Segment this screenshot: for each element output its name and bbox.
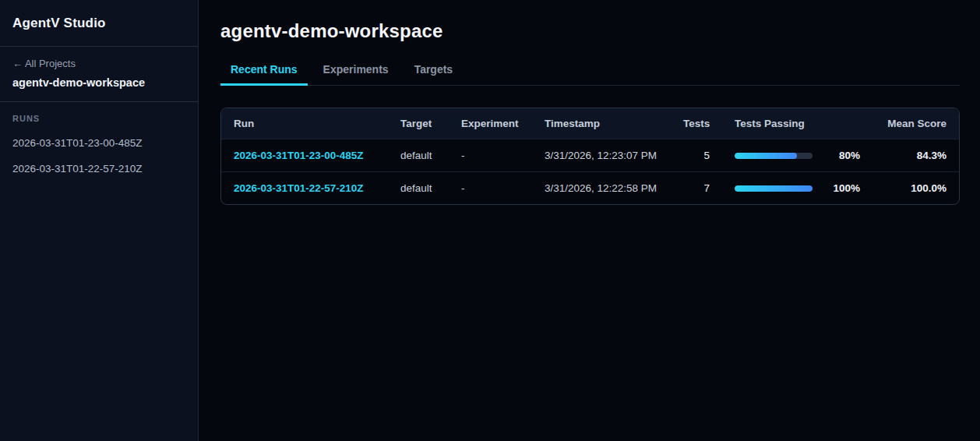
- column-header-run: Run: [221, 108, 388, 139]
- sidebar-run-item[interactable]: 2026-03-31T01-23-00-485Z: [12, 137, 185, 149]
- column-header-mean-score: Mean Score: [872, 108, 959, 139]
- cell-mean-score: 100.0%: [872, 172, 959, 205]
- sidebar-run-item[interactable]: 2026-03-31T01-22-57-210Z: [12, 163, 185, 175]
- tests-passing-percent: 80%: [839, 150, 860, 161]
- cell-experiment: -: [449, 139, 532, 172]
- runs-table: Run Target Experiment Timestamp Tests Te…: [221, 108, 959, 204]
- table-row: 2026-03-31T01-23-00-485Z default - 3/31/…: [221, 139, 959, 172]
- tests-passing-wrap: 100%: [735, 182, 860, 194]
- cell-tests-passing: 100%: [722, 172, 872, 205]
- page-title: agentv-demo-workspace: [220, 20, 960, 42]
- cell-target: default: [388, 172, 449, 205]
- sidebar-project-section: ← All Projects agentv-demo-workspace: [0, 47, 198, 102]
- progress-bar-track: [735, 185, 813, 192]
- sidebar-runs-section: RUNS 2026-03-31T01-23-00-485Z 2026-03-31…: [0, 102, 198, 186]
- progress-bar-track: [735, 153, 813, 159]
- tab[interactable]: Targets: [404, 63, 464, 86]
- sidebar-run-list: 2026-03-31T01-23-00-485Z 2026-03-31T01-2…: [12, 137, 185, 175]
- runs-table-card: Run Target Experiment Timestamp Tests Te…: [220, 108, 960, 205]
- column-header-tests-passing: Tests Passing: [722, 108, 872, 139]
- app-title-bar: AgentV Studio: [0, 0, 198, 47]
- run-link[interactable]: 2026-03-31T01-22-57-210Z: [234, 182, 364, 194]
- cell-target: default: [388, 139, 449, 172]
- cell-tests: 5: [671, 139, 722, 172]
- table-row: 2026-03-31T01-22-57-210Z default - 3/31/…: [221, 172, 959, 205]
- sidebar: AgentV Studio ← All Projects agentv-demo…: [0, 0, 199, 441]
- main-content: agentv-demo-workspace Recent Runs Experi…: [199, 0, 980, 441]
- workspace-name: agentv-demo-workspace: [12, 76, 185, 89]
- column-header-experiment: Experiment: [449, 108, 532, 139]
- runs-section-label: RUNS: [12, 114, 185, 123]
- tab[interactable]: Experiments: [313, 63, 399, 86]
- tab-bar: Recent Runs Experiments Targets: [220, 63, 960, 86]
- tests-passing-percent: 100%: [833, 182, 860, 194]
- run-link[interactable]: 2026-03-31T01-23-00-485Z: [234, 150, 364, 161]
- column-header-target: Target: [388, 108, 449, 139]
- cell-tests: 7: [671, 172, 722, 205]
- cell-run: 2026-03-31T01-22-57-210Z: [221, 172, 388, 205]
- cell-mean-score: 84.3%: [872, 139, 959, 172]
- column-header-tests: Tests: [671, 108, 722, 139]
- cell-experiment: -: [449, 172, 532, 205]
- column-header-timestamp: Timestamp: [532, 108, 671, 139]
- table-header-row: Run Target Experiment Timestamp Tests Te…: [221, 108, 959, 139]
- tab[interactable]: Recent Runs: [220, 63, 308, 86]
- cell-timestamp: 3/31/2026, 12:23:07 PM: [532, 139, 671, 172]
- all-projects-link[interactable]: ← All Projects: [12, 58, 185, 69]
- cell-timestamp: 3/31/2026, 12:22:58 PM: [532, 172, 671, 205]
- progress-bar-fill: [735, 153, 797, 159]
- tests-passing-wrap: 80%: [735, 150, 860, 161]
- cell-tests-passing: 80%: [722, 139, 872, 172]
- progress-bar-fill: [735, 185, 813, 192]
- app-title: AgentV Studio: [12, 16, 106, 31]
- cell-run: 2026-03-31T01-23-00-485Z: [221, 139, 388, 172]
